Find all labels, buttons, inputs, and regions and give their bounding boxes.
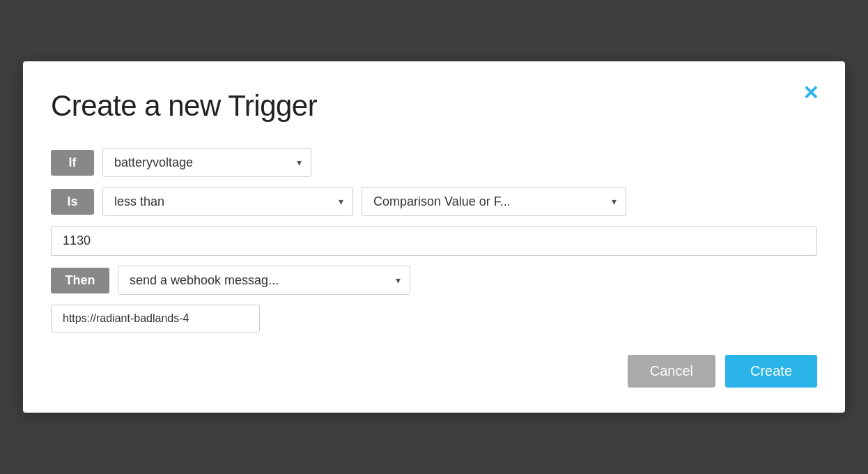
action-select[interactable]: send a webhook messag... — [118, 266, 410, 295]
action-wrapper: send a webhook messag... ▾ — [118, 266, 410, 295]
if-badge: If — [51, 150, 94, 176]
value-input[interactable] — [51, 226, 817, 256]
modal-dialog: Create a new Trigger If batteryvoltage ▾… — [23, 61, 845, 413]
is-badge: Is — [51, 189, 94, 215]
if-condition-wrapper: batteryvoltage ▾ — [102, 148, 311, 177]
then-row: Then send a webhook messag... ▾ — [51, 266, 817, 295]
is-row: Is less than ▾ Comparison Value or F... … — [51, 187, 817, 216]
url-input[interactable] — [51, 305, 260, 332]
url-input-wrapper — [51, 305, 260, 332]
cancel-button[interactable]: Cancel — [628, 355, 715, 388]
close-button[interactable] — [798, 81, 823, 106]
if-condition-select[interactable]: batteryvoltage — [102, 148, 311, 177]
comparison-wrapper: Comparison Value or F... ▾ — [362, 187, 626, 216]
modal-title: Create a new Trigger — [51, 89, 817, 123]
is-operator-wrapper: less than ▾ — [102, 187, 353, 216]
is-operator-select[interactable]: less than — [102, 187, 353, 216]
footer-buttons: Cancel Create — [51, 355, 817, 388]
then-badge: Then — [51, 268, 109, 293]
if-row: If batteryvoltage ▾ — [51, 148, 817, 177]
backdrop: Create a new Trigger If batteryvoltage ▾… — [0, 0, 868, 474]
create-button[interactable]: Create — [725, 355, 817, 388]
comparison-select[interactable]: Comparison Value or F... — [362, 187, 626, 216]
